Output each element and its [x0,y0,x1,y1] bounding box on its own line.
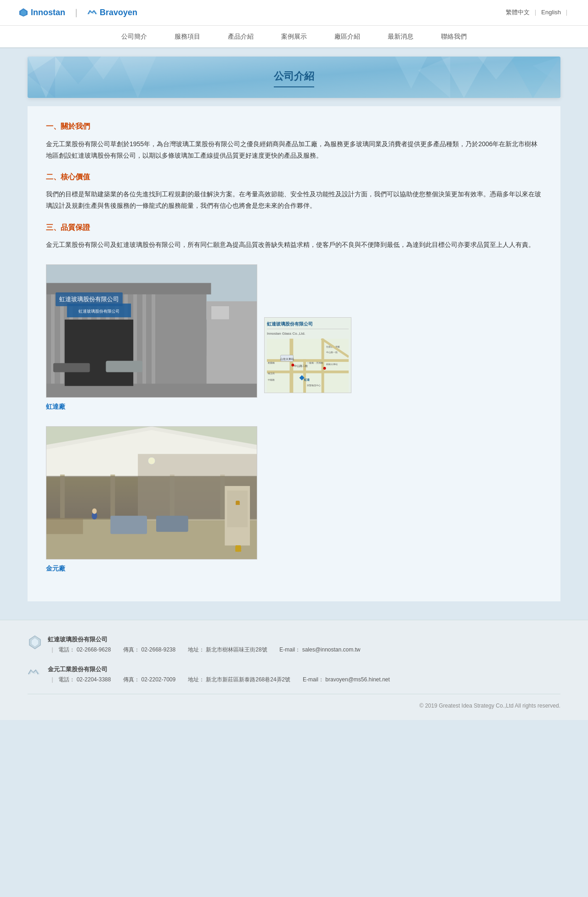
footer-divider [28,694,560,694]
svg-rect-30 [65,320,133,386]
svg-rect-76 [46,518,83,534]
innostan-text: Innostan [31,6,65,20]
svg-point-75 [92,508,97,514]
factory-images-hongda: 虹達玻璃股份有限公司 虹達玻璃 [46,264,542,398]
footer-addr-label-2: 地址： [188,676,204,683]
factory-photo-jinyuan-bg: 金元工業股份有限公司 [46,427,257,559]
svg-rect-73 [156,515,188,531]
footer-copyright: © 2019 Greatest Idea Strategy Co.,Ltd Al… [28,701,560,710]
footer-email-label-1: E-mail： [279,646,300,653]
svg-text:中山路二枝: 中山路二枝 [294,365,308,367]
footer-company-jinyuan: 金元工業股份有限公司 ｜ 電話： 02-2204-3388 傳真： 02-220… [28,664,560,685]
svg-point-46 [323,367,326,370]
svg-rect-34 [106,361,142,372]
svg-text:虹達玻璃股份有限公司: 虹達玻璃股份有限公司 [79,309,120,314]
nav-item-about[interactable]: 公司簡介 [107,26,161,48]
nav-item-factory[interactable]: 廠區介紹 [321,26,374,48]
footer-email-1: sales@innostan.com.tw [302,646,361,653]
hero-banner: 公司介紹 [28,57,560,98]
footer-fax-label-2: 傳真： [123,676,140,683]
bravoyen-logo-icon [87,7,97,17]
footer-fax-2: 02-2202-7009 [141,676,175,683]
map-svg: 山佳火車站 中山路二枝 虹達 往新莊・遊艇 中山路一段 樹林火車站 [267,338,349,393]
logo-area: Innostan ｜ Bravoyen [18,6,137,20]
footer-pipe-8 [294,676,300,683]
section-heading-1: 一、關於我們 [46,120,542,132]
footer-tel-label-2: 電話： [58,676,75,683]
svg-text:一板橋・浮洲橋: 一板橋・浮洲橋 [307,362,323,365]
lang-area: 繁體中文 ｜ English ｜ [506,7,570,17]
factory-main-photo-jinyuan: 金元工業股份有限公司 [46,426,257,560]
factory-main-photo-hongda: 虹達玻璃股份有限公司 [46,264,257,398]
footer-pipe-6 [114,676,120,683]
footer-icon-jinyuan [28,665,42,680]
bravoyen-text: Bravoyen [100,6,137,20]
factory-label-hongda: 虹達廠 [46,401,542,412]
footer-tel-1: 02-2668-9628 [77,646,111,653]
footer-pipe-7 [179,676,185,683]
svg-text:味王街: 味王街 [268,372,275,375]
svg-rect-70 [227,491,248,527]
svg-rect-17 [46,283,211,294]
nav-item-news[interactable]: 最新消息 [374,26,427,48]
factory-images-jinyuan: 金元工業股份有限公司 [46,426,542,560]
logo-bravoyen: Bravoyen [87,6,137,20]
factory-block-jinyuan: 金元工業股份有限公司 [46,426,542,574]
svg-text:中縣路: 中縣路 [268,378,275,381]
lang-separator: ｜ [532,7,538,17]
footer-addr-1: 新北市樹林區味王街28號 [206,646,267,653]
footer-pipe-4 [271,646,276,653]
footer-company-info-hongda: 虹達玻璃股份有限公司 ｜ 電話： 02-2668-9628 傳真： 02-266… [48,634,361,655]
lang-zh-link[interactable]: 繁體中文 [506,7,530,17]
footer-fax-1: 02-2668-9238 [141,646,175,653]
factory-photo-hongda-bg: 虹達玻璃股份有限公司 [46,265,257,397]
header: Innostan ｜ Bravoyen 繁體中文 ｜ English ｜ [0,0,588,26]
footer-icon-hongda [28,635,42,650]
footer-company-info-jinyuan: 金元工業股份有限公司 ｜ 電話： 02-2204-3388 傳真： 02-220… [48,664,390,685]
footer-contact-jinyuan: ｜ 電話： 02-2204-3388 傳真： 02-2202-7009 地址： … [48,675,390,685]
footer-company-name-jinyuan: 金元工業股份有限公司 [48,664,390,674]
svg-rect-29 [152,294,155,383]
footer-pipe-3 [179,646,185,653]
section-heading-2: 二、核心價值 [46,171,542,183]
main-content: 一、關於我們 金元工業股份有限公司草創於1955年，為台灣玻璃工業股份有限公司之… [28,106,560,601]
footer-tel-label-1: 電話： [58,646,75,653]
footer-pipe-5: ｜ [50,676,55,683]
footer-email-2: bravoyen@ms56.hinet.net [325,676,390,683]
images-section: 虹達玻璃股份有限公司 虹達玻璃 [46,264,542,574]
svg-point-77 [148,457,155,464]
nav-item-products[interactable]: 產品介紹 [214,26,267,48]
svg-text:樹林火車站: 樹林火車站 [326,363,338,366]
factory-map-hongda: 虹達玻璃股份有限公司 Innostan Glass Co.,Ltd. [264,317,351,393]
section-text-1: 金元工業股份有限公司草創於1955年，為台灣玻璃工業股份有限公司之優良經銷商與產… [46,138,542,161]
svg-rect-36 [211,306,229,320]
svg-text:虹達: 虹達 [304,378,310,381]
footer-company-name-hongda: 虹達玻璃股份有限公司 [48,634,361,645]
footer-fax-label-1: 傳真： [123,646,140,653]
svg-text:崇賢物流中心: 崇賢物流中心 [307,384,321,387]
section-text-2: 我們的目標是幫助建築業的各位先進找到工程規劃的最佳解決方案。在考量高效節能、安全… [46,189,542,211]
map-company-name: 虹達玻璃股份有限公司 [267,320,349,329]
footer-addr-2: 新北市新莊區新泰路268巷24弄2號 [206,676,290,683]
svg-rect-72 [110,515,147,534]
nav-item-cases[interactable]: 案例展示 [267,26,321,48]
footer-company-hongda: 虹達玻璃股份有限公司 ｜ 電話： 02-2668-9628 傳真： 02-266… [28,634,560,655]
map-company-en: Innostan Glass Co.,Ltd. [267,331,349,337]
footer-tel-2: 02-2204-3388 [77,676,111,683]
lang-separator-2: ｜ [564,7,570,17]
footer-pipe-2 [114,646,120,653]
factory-label-jinyuan: 金元廠 [46,563,542,574]
svg-rect-28 [142,294,146,383]
svg-text:中山路一段: 中山路一段 [326,351,338,354]
svg-rect-33 [53,363,90,372]
footer-email-label-2: E-mail： [303,676,324,683]
nav-item-services[interactable]: 服務項目 [161,26,214,48]
svg-rect-40 [267,371,349,373]
footer-companies: 虹達玻璃股份有限公司 ｜ 電話： 02-2668-9628 傳真： 02-266… [28,634,560,685]
logo-divider: ｜ [72,6,80,20]
footer-pipe-1: ｜ [50,646,55,653]
footer: 虹達玻璃股份有限公司 ｜ 電話： 02-2668-9628 傳真： 02-266… [0,620,588,720]
footer-contact-hongda: ｜ 電話： 02-2668-9628 傳真： 02-2668-9238 地址： … [48,645,361,655]
lang-en-link[interactable]: English [541,7,561,17]
nav-item-contact[interactable]: 聯絡我們 [427,26,481,48]
